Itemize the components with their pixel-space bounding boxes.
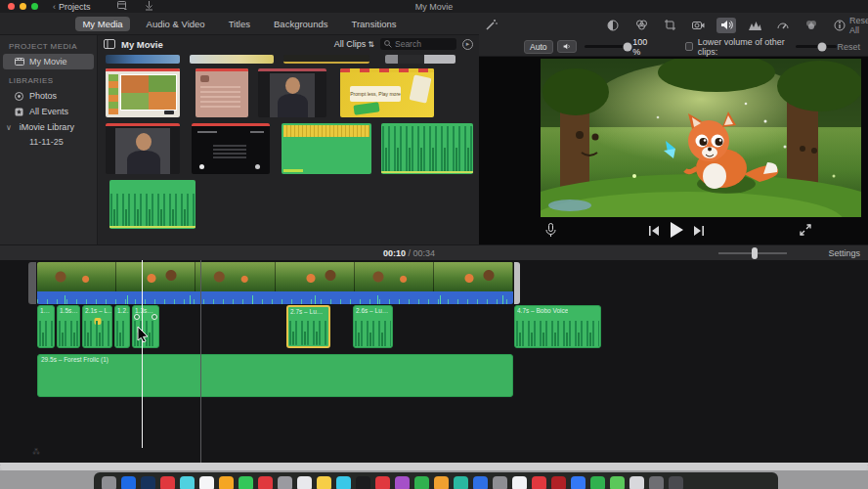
dock-app-icon[interactable] <box>512 476 527 489</box>
clip-thumbnail-presenter[interactable] <box>258 68 326 117</box>
timeline-settings-button[interactable]: Settings <box>828 248 860 258</box>
dock-app-icon[interactable] <box>473 476 488 489</box>
dock-app-icon[interactable] <box>160 476 175 489</box>
reset-volume-button[interactable]: Reset <box>837 42 860 52</box>
dock-app-icon[interactable] <box>278 476 292 489</box>
tab-titles[interactable]: Titles <box>222 17 257 31</box>
clip-thumbnail[interactable] <box>106 55 180 64</box>
playhead[interactable] <box>142 260 143 448</box>
dock-app-icon[interactable] <box>434 476 449 489</box>
dock-app-icon[interactable] <box>414 476 429 489</box>
disclosure-triangle-icon[interactable]: ∨ <box>6 123 12 132</box>
sfx-clip-4[interactable]: 1.2… <box>114 305 130 348</box>
search-input[interactable]: Search <box>380 38 456 50</box>
dock-app-icon[interactable] <box>141 476 155 489</box>
sidebar-item-imovie-library[interactable]: ∨ iMovie Library <box>0 119 97 135</box>
dock-app-icon[interactable] <box>356 476 370 489</box>
dock-app-icon[interactable] <box>121 476 136 489</box>
enhance-magic-wand-icon[interactable] <box>485 18 498 33</box>
clip-filter-icon[interactable] <box>802 18 821 33</box>
lower-volume-slider[interactable] <box>796 45 837 48</box>
play-icon[interactable] <box>670 222 684 238</box>
clip-trim-handle-left[interactable] <box>28 262 36 304</box>
clip-thumbnail-presenter-2[interactable] <box>106 123 180 174</box>
sfx-clip-3[interactable]: 2.1s – L… <box>82 305 112 348</box>
volume-slider[interactable] <box>585 45 628 48</box>
sfx-clip-6-selected[interactable]: 2.7s – Lu… <box>286 305 330 348</box>
volume-icon[interactable] <box>716 18 736 33</box>
voiceover-microphone-icon[interactable] <box>545 223 556 238</box>
lower-volume-slider-knob[interactable] <box>818 42 827 51</box>
fade-handle-icon[interactable] <box>134 314 140 320</box>
clip-thumbnail-prompt-card[interactable]: Prompt less, Play more <box>340 68 434 117</box>
sidebar-item-library-event[interactable]: 11-11-25 <box>0 135 97 149</box>
dock-app-icon[interactable] <box>454 476 468 489</box>
dock-app-icon[interactable] <box>590 476 605 489</box>
fullscreen-icon[interactable] <box>800 224 811 236</box>
dock-app-icon[interactable] <box>336 476 351 489</box>
auto-volume-button[interactable]: Auto <box>524 40 553 54</box>
tab-backgrounds[interactable]: Backgrounds <box>267 17 334 31</box>
dock-app-icon[interactable] <box>199 476 214 489</box>
sidebar-item-all-events[interactable]: All Events <box>0 104 97 119</box>
tab-audio-video[interactable]: Audio & Video <box>140 17 212 31</box>
clip-thumbnail[interactable] <box>190 55 274 64</box>
video-audio-waveform-strip[interactable] <box>37 291 513 304</box>
volume-slider-knob[interactable] <box>623 42 631 51</box>
clip-thumbnail[interactable] <box>283 55 369 64</box>
sidebar-toggle-icon[interactable] <box>104 39 115 49</box>
clip-thumbnail-audio-wave[interactable] <box>381 123 473 174</box>
dock-app-icon[interactable] <box>375 476 390 489</box>
dock-app-icon[interactable] <box>239 476 253 489</box>
dock-app-icon[interactable] <box>649 476 664 489</box>
dock-app-icon[interactable] <box>493 476 507 489</box>
dock-app-icon[interactable] <box>532 476 546 489</box>
stabilization-icon[interactable] <box>688 18 708 33</box>
clip-thumbnail-fox-grid[interactable] <box>106 68 180 117</box>
color-balance-icon[interactable] <box>603 18 623 33</box>
dock-app-icon[interactable] <box>629 476 644 489</box>
next-frame-icon[interactable] <box>694 226 704 236</box>
speed-icon[interactable] <box>773 18 793 33</box>
clip-info-icon[interactable] <box>830 18 849 33</box>
dock-app-icon[interactable] <box>317 476 331 489</box>
tab-transitions[interactable]: Transitions <box>344 17 403 31</box>
dock-app-icon[interactable] <box>610 476 625 489</box>
fade-handle-icon[interactable] <box>152 314 157 320</box>
sfx-clip-1[interactable]: 1… <box>37 305 55 348</box>
dock-app-icon[interactable] <box>395 476 410 489</box>
lower-volume-checkbox[interactable] <box>685 42 693 51</box>
crop-icon[interactable] <box>660 18 679 33</box>
clip-thumbnail[interactable] <box>385 55 456 64</box>
sidebar-item-my-movie[interactable]: My Movie <box>3 54 94 69</box>
music-clip-forest-frolic[interactable]: 29.5s – Forest Frolic (1) <box>37 354 513 397</box>
clip-trim-handle-right[interactable] <box>514 262 520 304</box>
mute-speaker-button[interactable] <box>557 40 577 53</box>
timeline-zoom-knob[interactable] <box>752 247 758 259</box>
previous-frame-icon[interactable] <box>649 226 659 236</box>
play-preview-icon[interactable]: ▸ <box>462 39 473 50</box>
timeline-zoom-slider[interactable] <box>718 252 787 254</box>
color-correction-icon[interactable] <box>631 18 651 33</box>
noise-reduction-icon[interactable] <box>745 18 764 33</box>
clip-thumbnail-document[interactable] <box>195 68 248 117</box>
clip-thumbnail-audio-wave-2[interactable] <box>109 180 195 229</box>
dock-app-icon[interactable] <box>258 476 273 489</box>
clip-filter-dropdown[interactable]: All Clips⇅ <box>334 39 374 49</box>
dock-app-icon[interactable] <box>571 476 586 489</box>
sfx-clip-7[interactable]: 2.6s – Lu… <box>353 305 393 348</box>
dock-app-icon[interactable] <box>180 476 195 489</box>
clip-thumbnail-audio-yellow[interactable] <box>282 123 371 174</box>
dock-app-icon[interactable] <box>551 476 566 489</box>
dock-app-icon[interactable] <box>219 476 234 489</box>
tab-my-media[interactable]: My Media <box>75 17 129 31</box>
sidebar-item-photos[interactable]: Photos <box>0 88 97 104</box>
reset-all-button[interactable]: Reset All <box>849 16 868 35</box>
dock-app-icon[interactable] <box>102 476 116 489</box>
clip-thumbnail-terminal[interactable] <box>192 123 270 174</box>
sfx-clip-bobo-voice[interactable]: 4.7s – Bobo Voice <box>514 305 601 348</box>
video-clip-filmstrip[interactable] <box>37 262 513 291</box>
dock-app-icon[interactable] <box>669 476 683 489</box>
sfx-clip-2[interactable]: 1.5s… <box>57 305 80 348</box>
dock-app-icon[interactable] <box>297 476 312 489</box>
